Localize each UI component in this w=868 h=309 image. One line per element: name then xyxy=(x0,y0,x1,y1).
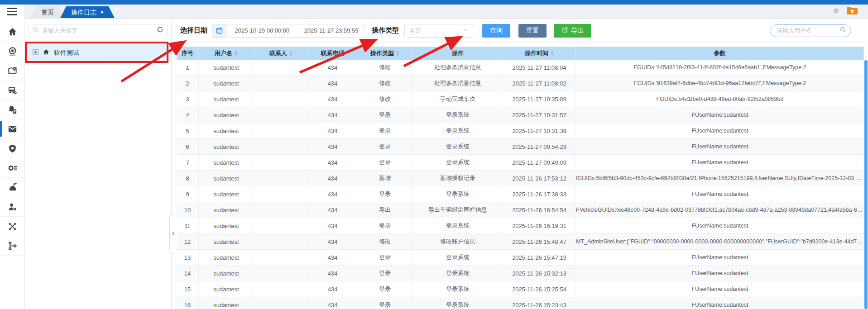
table-row[interactable]: 9sudantest434登录登录系统2025-11-26 17:38:33FU… xyxy=(177,186,864,202)
tree-node-label: 软件测试 xyxy=(54,49,79,57)
cell-联系电话: 434 xyxy=(308,266,357,281)
column-label: 联系电话 xyxy=(321,49,345,57)
tab-operation-log[interactable]: 操作日志 × xyxy=(60,6,115,18)
star-icon[interactable] xyxy=(831,6,841,17)
tab-close-icon[interactable]: × xyxy=(101,10,104,15)
cell-操作时间: 2025-11-26 15:23:43 xyxy=(503,297,576,309)
username-search-input[interactable] xyxy=(777,27,839,34)
cell-联系人 xyxy=(254,171,308,186)
refresh-icon[interactable] xyxy=(157,26,163,35)
tree-node-software-test[interactable]: 软件测试 xyxy=(25,43,171,62)
cell-联系电话: 434 xyxy=(308,171,357,186)
cell-联系电话: 434 xyxy=(308,107,357,123)
expand-plus-icon[interactable] xyxy=(33,49,38,57)
cell-用户名: sudantest xyxy=(199,155,254,170)
tree-search-input[interactable] xyxy=(42,27,153,34)
sidebar-item-monitor-camera[interactable] xyxy=(0,42,24,61)
column-label: 操作时间 xyxy=(525,49,548,57)
cell-操作类型: 登录 xyxy=(357,218,413,233)
cell-操作时间: 2025-11-26 15:47:19 xyxy=(503,250,576,265)
date-range-input[interactable]: 2025-10-29 00:00:00 - 2025-11-27 23:59:5… xyxy=(229,24,364,38)
tab-home[interactable]: 首页 xyxy=(30,6,65,18)
sidebar-item-message[interactable] xyxy=(0,119,24,139)
sidebar-item-home[interactable] xyxy=(0,22,24,42)
cell-操作类型: 登录 xyxy=(357,266,413,281)
monitor-camera-icon xyxy=(7,46,18,57)
cell-操作类型: 登录 xyxy=(357,186,413,202)
cell-联系人 xyxy=(254,234,308,249)
tab-bar: 首页 操作日志 × xyxy=(25,5,868,19)
table-row[interactable]: 1sudantest434修改处理多条消息信息2025-11-27 11:08:… xyxy=(177,60,864,76)
column-label: 操作类型 xyxy=(370,49,394,57)
sidebar-item-vehicle-manage[interactable] xyxy=(0,81,24,100)
cell-参数: FUserName:sudantest xyxy=(576,123,864,138)
table-row[interactable]: 16sudantest434登录登录系统2025-11-26 15:23:43F… xyxy=(177,297,864,309)
query-button[interactable]: 查询 xyxy=(482,24,510,38)
table-scrollbar[interactable] xyxy=(864,60,868,309)
table-row[interactable]: 13sudantest434登录登录系统2025-11-26 15:47:19F… xyxy=(177,250,864,266)
sort-caret-icon[interactable]: ▲▼ xyxy=(396,51,399,56)
table-row[interactable]: 15sudantest434登录登录系统2025-11-26 15:25:54F… xyxy=(177,281,864,297)
table-row[interactable]: 8sudantest434新增新增授权记录2025-11-26 17:53:12… xyxy=(177,171,864,186)
column-header-5: 操作 xyxy=(413,47,503,60)
cell-序号: 7 xyxy=(177,155,199,170)
cell-参数: FGUIDs:'91639af7-6dbe-4bc7-b93d-96aa12fe… xyxy=(576,76,864,91)
cell-联系电话: 434 xyxy=(308,123,357,138)
column-header-6[interactable]: 操作时间▲▼ xyxy=(503,47,576,60)
sidebar-item-settings-gear[interactable] xyxy=(0,158,24,178)
cell-序号: 12 xyxy=(177,234,199,249)
column-header-1[interactable]: 用户名▲▼ xyxy=(199,47,254,60)
sidebar-item-user-settings[interactable] xyxy=(0,197,24,217)
table-row[interactable]: 12sudantest434修改修改账户信息2025-11-26 15:48:4… xyxy=(177,234,864,250)
cell-操作: 登录系统 xyxy=(413,281,503,297)
hamburger-menu-icon[interactable] xyxy=(0,5,24,19)
cell-用户名: sudantest xyxy=(199,123,254,138)
sidebar-item-map-location[interactable] xyxy=(0,61,24,81)
export-button[interactable]: 导出 xyxy=(554,24,591,38)
table-row[interactable]: 7sudantest434登录登录系统2025-11-27 09:49:09FU… xyxy=(177,155,864,171)
sidebar-item-shield-security[interactable] xyxy=(0,139,24,158)
cell-操作类型: 登录 xyxy=(357,123,413,138)
sort-caret-icon[interactable]: ▲▼ xyxy=(289,51,293,56)
export-icon xyxy=(561,27,568,35)
cell-序号: 9 xyxy=(177,186,199,202)
map-location-icon xyxy=(7,66,18,76)
search-icon xyxy=(33,27,39,35)
sidebar-item-cloud-upload[interactable] xyxy=(0,178,24,197)
cell-操作类型: 登录 xyxy=(357,297,413,309)
folder-star-icon[interactable] xyxy=(846,6,858,17)
cell-操作时间: 2025-11-27 09:54:29 xyxy=(503,139,576,154)
cell-序号: 16 xyxy=(177,297,199,309)
table-row[interactable]: 14sudantest434登录登录系统2025-11-26 15:32:13F… xyxy=(177,266,864,281)
cell-用户名: sudantest xyxy=(199,60,254,75)
table-row[interactable]: 6sudantest434登录登录系统2025-11-27 09:54:29FU… xyxy=(177,139,864,155)
table-row[interactable]: 4sudantest434登录登录系统2025-11-27 10:31:57FU… xyxy=(177,107,864,123)
table-row[interactable]: 11sudantest434登录登录系统2025-11-26 16:19:31F… xyxy=(177,218,864,234)
search-icon[interactable] xyxy=(839,26,846,35)
column-header-2[interactable]: 联系人▲▼ xyxy=(254,47,308,60)
sort-caret-icon[interactable]: ▲▼ xyxy=(551,51,554,56)
cell-操作: 登录系统 xyxy=(413,218,503,233)
cell-联系电话: 434 xyxy=(308,186,357,202)
reset-button[interactable]: 重置 xyxy=(518,24,547,38)
cell-操作时间: 2025-11-26 15:48:47 xyxy=(503,234,576,249)
sort-caret-icon[interactable]: ▲▼ xyxy=(235,51,238,56)
panel-collapse-handle[interactable] xyxy=(169,213,177,254)
table-row[interactable]: 5sudantest434登录登录系统2025-11-27 10:31:39FU… xyxy=(177,123,864,139)
cell-操作: 登录系统 xyxy=(413,186,503,202)
cell-用户名: sudantest xyxy=(199,297,254,309)
calendar-icon[interactable] xyxy=(212,24,226,38)
sidebar-item-version-branch[interactable] xyxy=(0,236,24,256)
cell-联系电话: 434 xyxy=(308,155,357,170)
table-row[interactable]: 10sudantest434导出导出车辆绑定围栏信息2025-11-26 16:… xyxy=(177,202,864,218)
cell-联系电话: 434 xyxy=(308,234,357,249)
table-row[interactable]: 2sudantest434修改处理多条消息信息2025-11-27 11:08:… xyxy=(177,76,864,91)
sidebar-item-alarm-file[interactable] xyxy=(0,100,24,119)
column-header-4[interactable]: 操作类型▲▼ xyxy=(357,47,413,60)
table-row[interactable]: 3sudantest434修改手动完成车次2025-11-27 10:35:09… xyxy=(177,91,864,107)
sidebar-item-network-nodes[interactable] xyxy=(0,217,24,236)
cell-联系人 xyxy=(254,76,308,91)
operation-type-select[interactable]: 全部 xyxy=(404,24,473,38)
cell-联系电话: 434 xyxy=(308,297,357,309)
table-header-row: 序号用户名▲▼联系人▲▼联系电话操作类型▲▼操作操作时间▲▼参数 xyxy=(177,47,864,60)
